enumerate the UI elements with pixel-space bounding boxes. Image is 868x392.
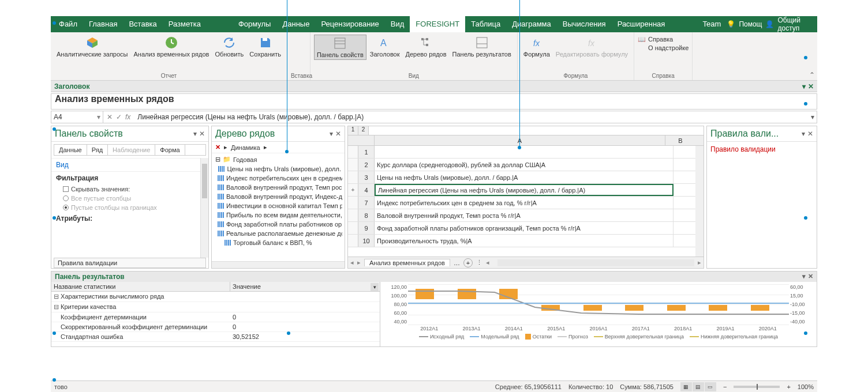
tab-team[interactable]: Team (697, 16, 727, 32)
props-view-section[interactable]: Вид▴ (51, 158, 208, 172)
row-number[interactable]: 4 (358, 184, 375, 196)
view-layout-icon[interactable]: ▤ (693, 382, 704, 391)
tab-table[interactable]: Таблица (465, 16, 506, 32)
formula-input[interactable]: Линейная регрессия (Цены на нефть Urals … (134, 113, 809, 121)
tree-clear-icon[interactable]: ✕ (215, 144, 220, 151)
expand-button[interactable] (348, 235, 358, 247)
tree-hscroll[interactable] (212, 261, 345, 268)
valid-dropdown-icon[interactable]: ▾ (802, 130, 805, 138)
sheet-nav-first[interactable]: ◂ (350, 259, 354, 266)
cell[interactable]: Фонд заработной платы работников организ… (375, 222, 674, 234)
accept-formula-icon[interactable]: ✓ (116, 113, 122, 121)
props-tab-series[interactable]: Ряд (87, 145, 108, 155)
help-search[interactable]: Помощ (739, 20, 762, 28)
tab-data[interactable]: Данные (276, 16, 315, 32)
zoom-in-button[interactable]: + (787, 383, 790, 390)
sheet-nav-prev[interactable]: ▸ (357, 259, 361, 266)
title-close-icon[interactable]: ✕ (808, 82, 814, 91)
results-dropdown-icon[interactable]: ▾ (802, 273, 806, 281)
tab-analytics[interactable]: Расширенная аналитика (612, 16, 697, 32)
expand-button[interactable] (348, 197, 358, 209)
col-header-b[interactable]: B (665, 135, 695, 145)
results-close-icon[interactable]: ✕ (808, 273, 813, 281)
tab-insert[interactable]: Вставка (123, 16, 162, 32)
help-link[interactable]: 📖Справка (638, 36, 673, 43)
sheet-row[interactable]: 1 (348, 146, 704, 159)
sheet-row[interactable]: 7Индекс потребительских цен в среднем за… (348, 197, 704, 209)
expand-button[interactable] (348, 209, 358, 221)
share-button[interactable]: Общий доступ (777, 16, 810, 32)
col-header-a[interactable]: A (375, 135, 665, 145)
tab-file[interactable]: Файл (53, 16, 83, 32)
tree-item[interactable]: Индекс потребительских цен в среднем (214, 174, 342, 183)
results-panel-button[interactable]: Панель результатов (450, 35, 514, 60)
sheet-row[interactable]: 9Фонд заработной платы работников органи… (348, 222, 704, 235)
zoom-out-button[interactable]: − (723, 383, 727, 390)
tab-formulas[interactable]: Формулы (233, 16, 277, 32)
cell[interactable]: Цены на нефть Urals (мировые), долл. / б… (375, 171, 674, 183)
tree-close-icon[interactable]: ✕ (335, 130, 341, 138)
row-number[interactable]: 7 (358, 197, 375, 209)
name-box[interactable]: A4▾ (51, 111, 103, 123)
view-break-icon[interactable]: ▭ (705, 382, 716, 391)
cell[interactable]: Производительность труда, %|A (375, 235, 674, 247)
time-series-button[interactable]: Анализ временных рядов (132, 35, 212, 59)
tree-item[interactable]: Валовой внутренний продукт, Темп рос (214, 183, 342, 192)
all-empty-radio[interactable]: Все пустые столбцы (51, 194, 208, 203)
analytical-queries-button[interactable]: Аналитические запросы (54, 35, 130, 59)
row-number[interactable]: 3 (358, 171, 375, 183)
props-panel-button[interactable]: Панель свойств (314, 35, 366, 60)
valid-close-icon[interactable]: ✕ (807, 130, 813, 138)
expand-button[interactable] (348, 159, 358, 171)
expand-button[interactable] (348, 222, 358, 234)
row-number[interactable]: 2 (358, 159, 375, 171)
tab-page-layout[interactable]: Разметка страницы (163, 16, 233, 32)
tree-panel-button[interactable]: Дерево рядов (403, 35, 449, 60)
title-dropdown-icon[interactable]: ▾ (802, 82, 806, 91)
expand-button[interactable] (348, 171, 358, 183)
tree-dropdown-icon[interactable]: ▾ (330, 130, 333, 138)
sheet-vscroll[interactable] (695, 146, 704, 257)
view-normal-icon[interactable]: ▦ (680, 382, 692, 391)
tree-item[interactable]: Прибыль по всем видам деятельности, (214, 210, 342, 220)
validation-rule[interactable]: Правило валидации (707, 142, 817, 157)
tab-home[interactable]: Главная (83, 16, 123, 32)
tab-calc[interactable]: Вычисления (557, 16, 612, 32)
tree-root[interactable]: ⊟📁Годовая (214, 154, 342, 164)
sheet-row[interactable]: +4Линейная регрессия (Цены на нефть Ural… (348, 184, 704, 197)
outline-2[interactable]: 2 (358, 126, 369, 135)
edge-empty-radio[interactable]: Пустые столбцы на границах (51, 203, 208, 212)
sheet-row[interactable]: 3Цены на нефть Urals (мировые), долл. / … (348, 171, 704, 184)
save-button[interactable]: Сохранить (247, 35, 283, 59)
cell[interactable] (375, 146, 674, 158)
expand-button[interactable] (348, 146, 358, 158)
sheet-row[interactable]: 8Валовой внутренний продукт, Темп роста … (348, 209, 704, 222)
tree-item[interactable]: Цены на нефть Urals (мировые), долл. (214, 164, 342, 174)
cell[interactable]: Валовой внутренний продукт, Темп роста %… (375, 209, 674, 221)
cell[interactable]: Линейная регрессия (Цены на нефть Urals … (375, 184, 674, 196)
refresh-button[interactable]: Обновить (212, 35, 246, 59)
cell[interactable]: Курс доллара (среднегодовой), рублей за … (375, 159, 674, 171)
row-number[interactable]: 1 (358, 146, 375, 158)
sheet-add-button[interactable]: + (463, 258, 473, 267)
sheet-row[interactable]: 10Производительность труда, %|A (348, 235, 704, 247)
sheet-tab[interactable]: Анализ временных рядов (364, 259, 450, 266)
props-tab-data[interactable]: Данные (54, 145, 87, 155)
tab-review[interactable]: Рецензирование (315, 16, 384, 32)
tab-view[interactable]: Вид (385, 16, 410, 32)
validation-rules-tab[interactable]: Правила валидации (54, 258, 206, 268)
sheet-hscroll[interactable] (497, 259, 694, 266)
tree-item[interactable]: Реальные располагаемые денежные дох (214, 229, 342, 238)
row-number[interactable]: 8 (358, 209, 375, 221)
row-number[interactable]: 9 (358, 222, 375, 234)
row-number[interactable]: 10 (358, 235, 375, 247)
stats-dropdown-icon[interactable]: ▾ (371, 283, 379, 291)
cancel-formula-icon[interactable]: ✕ (107, 113, 113, 121)
props-tab-format[interactable]: Форма (155, 145, 185, 155)
zoom-slider[interactable] (734, 386, 780, 388)
outline-1[interactable]: 1 (348, 126, 358, 135)
expand-button[interactable]: + (348, 184, 358, 196)
formula-expand-icon[interactable]: ▾ (809, 113, 817, 121)
about-link[interactable]: О надстройке (638, 44, 689, 51)
sheet-row[interactable]: 2Курс доллара (среднегодовой), рублей за… (348, 159, 704, 171)
